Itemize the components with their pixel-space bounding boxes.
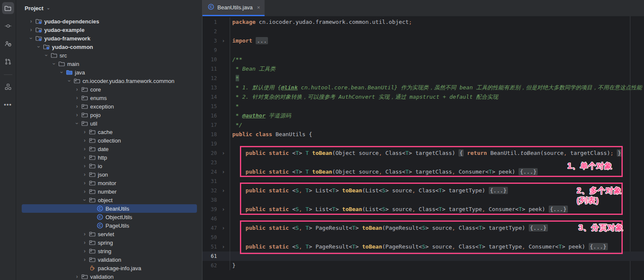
tree-item-src[interactable]: ›src: [16, 51, 202, 60]
tree-item-monitor[interactable]: ›monitor: [16, 179, 202, 187]
tree-item-date[interactable]: ›date: [16, 145, 202, 153]
structure-tool-button-structure-icon[interactable]: [2, 81, 14, 93]
chevron-closed-icon[interactable]: ›: [81, 128, 88, 136]
tree-item-beanutils[interactable]: CBeanUtils: [16, 204, 202, 213]
chevron-closed-icon[interactable]: ›: [81, 162, 88, 170]
chevron-open-icon[interactable]: ›: [73, 120, 81, 127]
tree-item-enums[interactable]: ›enums: [16, 94, 202, 102]
code-text[interactable]: public class BeanUtils {: [230, 130, 644, 139]
tree-item-objectutils[interactable]: CObjectUtils: [16, 213, 202, 221]
tree-item-yudao-framework[interactable]: ›yudao-framework: [16, 34, 202, 43]
tree-item-string[interactable]: ›string: [16, 247, 202, 255]
chevron-open-icon[interactable]: ›: [34, 43, 43, 50]
close-icon[interactable]: ×: [257, 4, 260, 11]
chevron-closed-icon[interactable]: ›: [74, 111, 80, 119]
chevron-open-icon[interactable]: ›: [42, 52, 51, 59]
chevron-open-icon[interactable]: ›: [50, 60, 58, 67]
tree-item-util[interactable]: ›util: [16, 119, 202, 128]
code-text[interactable]: package cn.iocoder.yudao.framework.commo…: [230, 17, 644, 27]
code-with-me-button-cwm-icon[interactable]: ?: [2, 38, 14, 50]
code-text[interactable]: [230, 251, 644, 261]
chevron-closed-icon[interactable]: ›: [74, 272, 80, 280]
chevron-closed-icon[interactable]: ›: [81, 145, 88, 153]
chevron-closed-icon[interactable]: ›: [81, 179, 88, 187]
code-text[interactable]: [230, 177, 644, 186]
tree-item-servlet[interactable]: ›servlet: [16, 230, 202, 238]
fold-arrow-icon[interactable]: ›: [217, 205, 230, 214]
tree-item-package-info-java[interactable]: package-info.java: [16, 264, 202, 272]
fold-arrow-icon[interactable]: ›: [217, 186, 230, 195]
fold-arrow-icon[interactable]: ›: [217, 167, 230, 177]
chevron-closed-icon[interactable]: ›: [81, 238, 88, 247]
chevron-closed-icon[interactable]: ›: [28, 26, 34, 34]
project-tool-button-project-icon[interactable]: [2, 2, 14, 14]
chevron-closed-icon[interactable]: ›: [81, 230, 88, 238]
code-text[interactable]: public static <T> T toBean(Object source…: [230, 167, 644, 177]
code-text[interactable]: }: [230, 261, 644, 270]
tree-item-pojo[interactable]: ›pojo: [16, 111, 202, 119]
tree-item-validation[interactable]: ›validation: [16, 272, 202, 280]
tree-item-core[interactable]: ›core: [16, 85, 202, 94]
commit-tool-button-commit-icon[interactable]: [2, 20, 14, 32]
chevron-open-icon[interactable]: ›: [27, 35, 35, 42]
code-text[interactable]: * Bean 工具类: [230, 64, 644, 74]
tree-item-pageutils[interactable]: CPageUtils: [16, 221, 202, 230]
chevron-closed-icon[interactable]: ›: [28, 17, 34, 26]
tree-item-io[interactable]: ›io: [16, 162, 202, 170]
code-text[interactable]: public static <S, T> PageResult<T> toBea…: [230, 223, 644, 233]
tree-item-http[interactable]: ›http: [16, 153, 202, 162]
chevron-closed-icon[interactable]: ›: [81, 153, 88, 162]
more-tools-button-more-icon[interactable]: •••: [2, 99, 14, 111]
code-text[interactable]: [230, 27, 644, 36]
chevron-closed-icon[interactable]: ›: [81, 255, 88, 264]
tree-item-main[interactable]: ›main: [16, 60, 202, 68]
chevron-open-icon[interactable]: ›: [65, 77, 74, 84]
code-text[interactable]: [230, 139, 644, 149]
chevron-closed-icon[interactable]: ›: [81, 170, 88, 179]
chevron-closed-icon[interactable]: ›: [74, 102, 80, 111]
chevron-open-icon[interactable]: ›: [80, 197, 89, 203]
chevron-closed-icon[interactable]: ›: [74, 85, 80, 94]
code-text[interactable]: public static <T> T toBean(Object source…: [230, 149, 644, 158]
chevron-closed-icon[interactable]: ›: [81, 136, 88, 145]
tree-item-spring[interactable]: ›spring: [16, 238, 202, 247]
code-text[interactable]: */: [230, 120, 644, 130]
code-text[interactable]: [230, 233, 644, 242]
code-text[interactable]: * 1. 默认使用 {@link cn.hutool.core.bean.Bea…: [230, 83, 644, 92]
tree-item-collection[interactable]: ›collection: [16, 136, 202, 145]
code-text[interactable]: [230, 46, 644, 55]
fold-arrow-icon[interactable]: ›: [217, 36, 230, 46]
tree-item-object[interactable]: ›object: [16, 196, 202, 204]
code-text[interactable]: import ...: [230, 36, 644, 46]
code-text[interactable]: [230, 214, 644, 223]
tree-item-cache[interactable]: ›cache: [16, 128, 202, 136]
code-text[interactable]: *: [230, 74, 644, 83]
code-text[interactable]: * 2. 针对复杂的对象转换，可以搜参考 AuthConvert 实现，通过 m…: [230, 92, 644, 102]
tree-item-yudao-dependencies[interactable]: ›yudao-dependencies: [16, 17, 202, 26]
tree-item-java[interactable]: ›java: [16, 68, 202, 77]
tree-item-cn-iocoder-yudao-framework-common[interactable]: ›cn.iocoder.yudao.framework.common: [16, 77, 202, 85]
code-text[interactable]: /**: [230, 55, 644, 64]
chevron-closed-icon[interactable]: ›: [74, 94, 80, 102]
fold-arrow-icon[interactable]: ›: [217, 223, 230, 233]
fold-arrow-icon[interactable]: ›: [217, 242, 230, 251]
tree-item-json[interactable]: ›json: [16, 170, 202, 179]
chevron-closed-icon[interactable]: ›: [81, 247, 88, 255]
tree-item-number[interactable]: ›number: [16, 187, 202, 196]
code-text[interactable]: [230, 195, 644, 205]
chevron-open-icon[interactable]: ›: [57, 69, 66, 76]
code-text[interactable]: *: [230, 102, 644, 111]
code-text[interactable]: public static <S, T> List<T> toBean(List…: [230, 186, 644, 195]
code-text[interactable]: public static <S, T> PageResult<T> toBea…: [230, 242, 644, 251]
code-editor[interactable]: 1package cn.iocoder.yudao.framework.comm…: [202, 16, 644, 280]
project-panel-header[interactable]: Project ⌄: [16, 0, 202, 16]
tree-item-yudao-example[interactable]: ›yudao-example: [16, 26, 202, 34]
code-text[interactable]: [230, 158, 644, 167]
chevron-closed-icon[interactable]: ›: [81, 187, 88, 196]
tab-beanutils-java[interactable]: C BeanUtils.java ×: [202, 0, 265, 16]
pull-requests-button-pr-icon[interactable]: [2, 56, 14, 68]
tree-item-exception[interactable]: ›exception: [16, 102, 202, 111]
code-text[interactable]: public static <S, T> List<T> toBean(List…: [230, 205, 644, 214]
tree-item-yudao-common[interactable]: ›yudao-common: [16, 43, 202, 51]
fold-arrow-icon[interactable]: ›: [217, 149, 230, 158]
